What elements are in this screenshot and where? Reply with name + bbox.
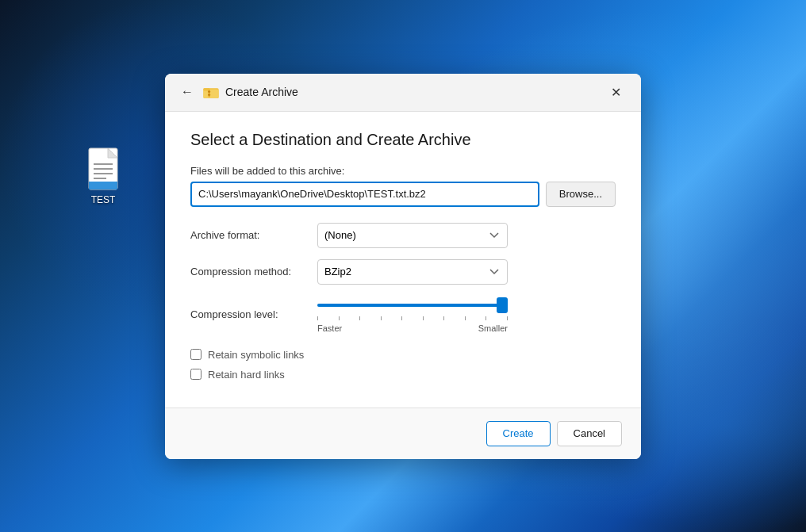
- path-row: Browse...: [190, 182, 616, 207]
- dialog-overlay: ← Create Archive ✕: [0, 0, 806, 532]
- dialog-heading: Select a Destination and Create Archive: [190, 131, 616, 149]
- compression-level-label: Compression level:: [190, 308, 317, 320]
- tick: [443, 316, 444, 320]
- slider-labels: Faster Smaller: [317, 323, 508, 333]
- retain-hard-links-row: Retain hard links: [190, 369, 616, 381]
- tick: [401, 316, 402, 320]
- close-icon: ✕: [611, 85, 621, 100]
- create-archive-dialog: ← Create Archive ✕: [165, 74, 641, 459]
- slider-thumb[interactable]: [497, 297, 508, 313]
- compression-method-row: Compression method: BZip2 Deflate Store …: [190, 259, 616, 285]
- archive-format-select[interactable]: (None) Zip 7z tar tar.gz tar.bz2: [317, 223, 508, 248]
- tick: [381, 316, 382, 320]
- slider-wrapper: [317, 296, 508, 315]
- dialog-footer: Create Cancel: [165, 408, 641, 459]
- files-label: Files will be added to this archive:: [190, 165, 616, 177]
- tick: [465, 316, 466, 320]
- create-button[interactable]: Create: [486, 421, 551, 446]
- archive-format-label: Archive format:: [190, 229, 317, 241]
- retain-hard-links-checkbox[interactable]: [190, 369, 202, 380]
- retain-hard-links-label: Retain hard links: [208, 369, 285, 381]
- close-button[interactable]: ✕: [603, 79, 628, 105]
- tick: [339, 316, 340, 320]
- compression-level-row: Compression level:: [190, 296, 616, 333]
- cancel-button[interactable]: Cancel: [557, 421, 622, 446]
- compression-slider-container: Faster Smaller: [317, 296, 508, 333]
- svg-rect-8: [203, 90, 218, 98]
- slider-fill: [317, 304, 498, 307]
- back-icon: ←: [181, 85, 194, 99]
- archive-format-row: Archive format: (None) Zip 7z tar tar.gz…: [190, 223, 616, 248]
- compression-method-select[interactable]: BZip2 Deflate Store LZMA: [317, 259, 508, 285]
- tick: [423, 316, 424, 320]
- slider-ticks: [317, 315, 508, 322]
- compression-method-label: Compression method:: [190, 266, 317, 277]
- dialog-titlebar: ← Create Archive ✕: [165, 74, 641, 112]
- svg-rect-11: [208, 90, 210, 92]
- svg-rect-12: [208, 94, 210, 95]
- retain-symbolic-links-checkbox[interactable]: [190, 349, 202, 360]
- tick: [359, 316, 360, 320]
- desktop: TEST ← Create Archive: [0, 0, 806, 532]
- dialog-title: Create Archive: [225, 86, 603, 98]
- slider-track: [317, 304, 508, 307]
- path-input[interactable]: [190, 182, 539, 207]
- browse-button[interactable]: Browse...: [546, 182, 616, 207]
- dialog-content: Select a Destination and Create Archive …: [165, 112, 641, 408]
- tick: [317, 316, 318, 320]
- retain-symbolic-links-label: Retain symbolic links: [208, 349, 304, 361]
- slider-max-label: Smaller: [478, 323, 508, 333]
- archive-icon: [203, 86, 219, 98]
- tick: [486, 316, 486, 320]
- retain-symbolic-links-row: Retain symbolic links: [190, 349, 616, 361]
- tick: [507, 316, 508, 320]
- slider-min-label: Faster: [317, 323, 342, 333]
- back-button[interactable]: ←: [178, 82, 197, 101]
